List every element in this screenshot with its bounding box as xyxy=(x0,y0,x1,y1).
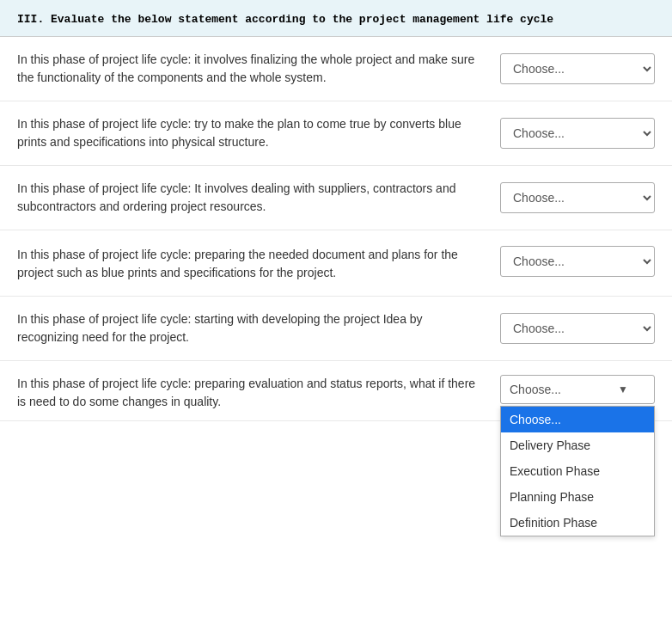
select-wrapper-4: Choose... Delivery Phase Execution Phase… xyxy=(500,246,655,277)
phase-select-1[interactable]: Choose... Delivery Phase Execution Phase… xyxy=(500,53,655,84)
dropdown-option-planning[interactable]: Planning Phase xyxy=(501,484,654,510)
dropdown-list-6: Choose... Delivery Phase Execution Phase… xyxy=(500,406,655,536)
question-row-4: In this phase of project life cycle: pre… xyxy=(0,230,672,297)
question-row-6: In this phase of project life cycle: pre… xyxy=(0,361,672,421)
chevron-down-icon: ▼ xyxy=(618,383,628,395)
question-text-3: In this phase of project life cycle: It … xyxy=(17,180,500,216)
question-row-5: In this phase of project life cycle: sta… xyxy=(0,297,672,361)
question-row-2: In this phase of project life cycle: try… xyxy=(0,101,672,166)
question-text-2: In this phase of project life cycle: try… xyxy=(17,115,500,151)
phase-select-4[interactable]: Choose... Delivery Phase Execution Phase… xyxy=(500,246,655,277)
select-wrapper-5: Choose... Delivery Phase Execution Phase… xyxy=(500,313,655,344)
question-text-4: In this phase of project life cycle: pre… xyxy=(17,246,500,282)
phase-select-5[interactable]: Choose... Delivery Phase Execution Phase… xyxy=(500,313,655,344)
select-wrapper-6: Choose... ▼ Choose... Delivery Phase Exe… xyxy=(500,375,655,404)
question-text-5: In this phase of project life cycle: sta… xyxy=(17,310,500,346)
phase-select-6-trigger[interactable]: Choose... ▼ xyxy=(500,375,655,404)
phase-select-2[interactable]: Choose... Delivery Phase Execution Phase… xyxy=(500,118,655,149)
dropdown-option-execution[interactable]: Execution Phase xyxy=(501,458,654,484)
select-wrapper-2: Choose... Delivery Phase Execution Phase… xyxy=(500,118,655,149)
select-wrapper-3: Choose... Delivery Phase Execution Phase… xyxy=(500,182,655,213)
questions-content: In this phase of project life cycle: it … xyxy=(0,37,672,421)
section-header: III. Evaluate the below statement accord… xyxy=(0,0,672,37)
question-text-6: In this phase of project life cycle: pre… xyxy=(17,375,500,411)
question-row-1: In this phase of project life cycle: it … xyxy=(0,37,672,101)
phase-select-3[interactable]: Choose... Delivery Phase Execution Phase… xyxy=(500,182,655,213)
dropdown-option-delivery[interactable]: Delivery Phase xyxy=(501,432,654,458)
question-row-3: In this phase of project life cycle: It … xyxy=(0,166,672,230)
select-wrapper-1: Choose... Delivery Phase Execution Phase… xyxy=(500,53,655,84)
select-display-text: Choose... xyxy=(510,383,618,396)
question-text-1: In this phase of project life cycle: it … xyxy=(17,51,500,87)
dropdown-option-choose[interactable]: Choose... xyxy=(501,407,654,432)
header-text: III. Evaluate the below statement accord… xyxy=(17,13,553,26)
dropdown-option-definition[interactable]: Definition Phase xyxy=(501,510,654,536)
main-container: III. Evaluate the below statement accord… xyxy=(0,0,672,421)
